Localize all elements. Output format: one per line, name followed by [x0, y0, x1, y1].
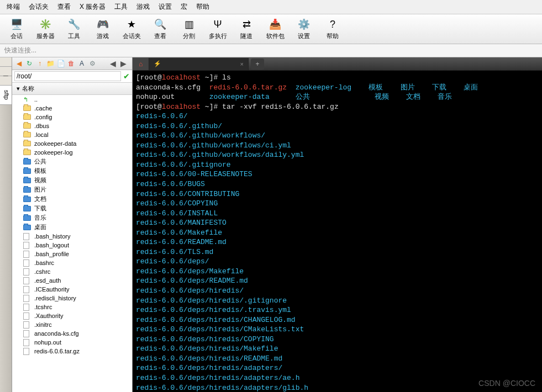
tool-多执行[interactable]: Ψ多执行 — [204, 17, 231, 41]
file-row[interactable]: .cshrc — [12, 267, 132, 276]
terminal[interactable]: [root@localhost ~]# ls anaconda-ks.cfg r… — [133, 71, 542, 392]
term-tab-bar: ⌂ ⚡ × + — [133, 57, 542, 71]
fptool-7[interactable]: ⚙ — [88, 59, 97, 68]
file-row[interactable]: 模板 — [12, 166, 132, 176]
file-row[interactable]: 图片 — [12, 185, 132, 194]
close-tab-icon[interactable]: × — [240, 61, 244, 67]
menu-宏[interactable]: 宏 — [177, 1, 191, 13]
nav-fwd-icon[interactable]: ▶ — [119, 59, 128, 68]
menu-会话夹[interactable]: 会话夹 — [25, 1, 52, 13]
fptool-3[interactable]: 📁 — [46, 59, 55, 68]
file-icon — [23, 347, 32, 355]
folder-icon — [23, 167, 32, 175]
file-row[interactable]: .dbus — [12, 121, 132, 130]
folder-icon — [23, 224, 32, 231]
file-row[interactable]: .bashrc — [12, 258, 132, 267]
menu-游戏[interactable]: 游戏 — [133, 1, 153, 13]
设置-icon: ⚙️ — [297, 18, 311, 31]
folder-icon — [23, 113, 32, 121]
fptool-6[interactable]: A — [77, 59, 86, 68]
fptool-1[interactable]: ↻ — [25, 59, 34, 68]
file-row[interactable]: .xinitrc — [12, 320, 132, 329]
file-row[interactable]: 文档 — [12, 194, 132, 204]
fptool-2[interactable]: ↑ — [35, 59, 44, 68]
file-row[interactable]: .bash_history — [12, 232, 132, 241]
会话夹-icon: ★ — [125, 18, 138, 31]
file-icon — [23, 277, 32, 284]
menu-工具[interactable]: 工具 — [111, 1, 131, 13]
menu-帮助[interactable]: 帮助 — [193, 1, 213, 13]
file-row[interactable]: 桌面 — [12, 223, 132, 232]
帮助-icon: ? — [326, 18, 339, 31]
file-icon — [23, 268, 32, 276]
home-tab[interactable]: ⌂ — [133, 58, 149, 70]
sidetab-宏[interactable]: 宏 — [0, 76, 12, 86]
file-list[interactable]: ↰...cache.config.dbus.localzookeeper-dat… — [12, 95, 132, 392]
tool-帮助[interactable]: ?帮助 — [319, 17, 346, 41]
file-row[interactable]: nohup.out — [12, 338, 132, 347]
sidetab-sftp[interactable]: sftp — [0, 86, 12, 105]
folder-icon — [23, 214, 32, 222]
menu-bar: 终端会话夹查看X 服务器工具游戏设置宏帮助 — [0, 0, 542, 14]
file-row[interactable]: .bash_profile — [12, 250, 132, 258]
folder-icon — [23, 104, 32, 112]
tool-工具[interactable]: 🔧工具 — [61, 17, 87, 41]
main-toolbar: 🖥️会话✳️服务器🔧工具🎮游戏★会话夹🔍查看▥分割Ψ多执行⇄隧道📥软件包⚙️设置… — [0, 14, 542, 44]
file-row[interactable]: 音乐 — [12, 213, 132, 223]
lightning-icon: ⚡ — [154, 60, 161, 67]
file-row[interactable]: .ICEauthority — [12, 285, 132, 294]
menu-查看[interactable]: 查看 — [54, 1, 74, 13]
软件包-icon: 📥 — [269, 18, 282, 31]
file-row[interactable]: 视频 — [12, 176, 132, 185]
file-row[interactable]: .esd_auth — [12, 276, 132, 285]
file-icon — [23, 330, 32, 337]
column-header[interactable]: ▾名称 — [12, 83, 132, 95]
fptool-0[interactable]: ◀ — [14, 59, 23, 68]
file-row[interactable]: .cache — [12, 104, 132, 113]
file-icon — [23, 303, 32, 311]
tool-查看[interactable]: 🔍查看 — [147, 17, 173, 41]
tool-会话夹[interactable]: ★会话夹 — [118, 17, 145, 41]
file-icon — [23, 250, 32, 258]
file-row[interactable]: anaconda-ks.cfg — [12, 329, 132, 338]
file-row[interactable]: zookeeper-data — [12, 139, 132, 148]
file-row[interactable]: .rediscli_history — [12, 294, 132, 303]
file-row[interactable]: .config — [12, 113, 132, 121]
menu-X 服务器[interactable]: X 服务器 — [76, 1, 109, 13]
sidetab-会话夹[interactable]: 会话夹 — [0, 57, 12, 67]
quick-connect[interactable]: 快速连接... — [0, 44, 542, 57]
menu-设置[interactable]: 设置 — [155, 1, 175, 13]
tool-设置[interactable]: ⚙️设置 — [291, 17, 317, 41]
folder-icon — [23, 140, 32, 147]
file-row[interactable]: .tcshrc — [12, 303, 132, 311]
file-row[interactable]: .local — [12, 130, 132, 139]
tool-软件包[interactable]: 📥软件包 — [262, 17, 288, 41]
fptool-5[interactable]: 🗑 — [67, 59, 76, 68]
file-row[interactable]: zookeeper-log — [12, 148, 132, 157]
menu-终端[interactable]: 终端 — [3, 1, 23, 13]
file-row[interactable]: .Xauthority — [12, 311, 132, 320]
side-tabs: 会话夹工具宏sftp — [0, 57, 12, 392]
fptool-4[interactable]: 📄 — [56, 59, 65, 68]
session-tab[interactable]: ⚡ × — [149, 58, 249, 70]
sidetab-工具[interactable]: 工具 — [0, 67, 12, 76]
check-icon: ✔ — [123, 72, 130, 81]
file-row[interactable]: .bash_logout — [12, 241, 132, 250]
隧道-icon: ⇄ — [240, 18, 253, 31]
tool-隧道[interactable]: ⇄隧道 — [233, 17, 260, 41]
file-row[interactable]: redis-6.0.6.tar.gz — [12, 347, 132, 356]
file-row[interactable]: 公共 — [12, 157, 132, 166]
tool-会话[interactable]: 🖥️会话 — [3, 17, 30, 41]
tool-分割[interactable]: ▥分割 — [176, 17, 202, 41]
file-row[interactable]: ↰.. — [12, 95, 132, 104]
tool-服务器[interactable]: ✳️服务器 — [32, 17, 59, 41]
file-icon — [23, 241, 32, 249]
分割-icon: ▥ — [182, 18, 196, 31]
path-input[interactable] — [14, 71, 121, 81]
folder-icon — [23, 158, 32, 166]
add-tab-button[interactable]: + — [251, 59, 264, 70]
nav-back-icon[interactable]: ◀ — [109, 59, 117, 68]
folder-icon — [23, 186, 32, 194]
file-row[interactable]: 下载 — [12, 204, 132, 213]
tool-游戏[interactable]: 🎮游戏 — [90, 17, 116, 41]
